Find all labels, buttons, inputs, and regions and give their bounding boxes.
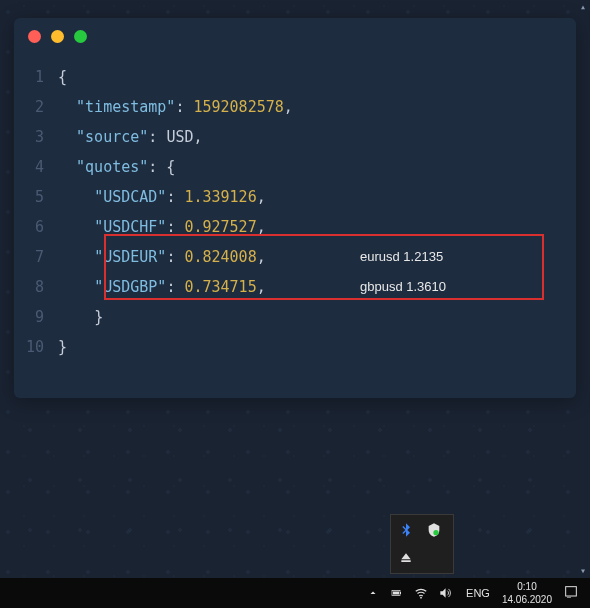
svg-rect-3: [393, 592, 399, 595]
scroll-up-arrow[interactable]: ▴: [576, 0, 590, 14]
line-number: 10: [14, 332, 58, 362]
code-line-4: 4 "quotes": {: [14, 152, 576, 182]
security-icon[interactable]: [425, 521, 443, 539]
windows-taskbar[interactable]: ENG 0:10 14.06.2020: [0, 578, 590, 608]
taskbar-clock[interactable]: 0:10 14.06.2020: [502, 580, 552, 606]
svg-rect-5: [566, 587, 577, 596]
code-line-3: 3 "source": USD,: [14, 122, 576, 152]
code-area[interactable]: 1 { 2 "timestamp": 1592082578, 3 "source…: [14, 54, 576, 370]
wifi-icon[interactable]: [414, 586, 428, 600]
code-line-1: 1 {: [14, 62, 576, 92]
line-number: 1: [14, 62, 58, 92]
system-tray-popup[interactable]: [390, 514, 454, 574]
window-titlebar: [14, 18, 576, 54]
chevron-up-icon[interactable]: [366, 586, 380, 600]
scrollbar-vertical[interactable]: ▴ ▾: [576, 0, 590, 578]
code-line-5: 5 "USDCAD": 1.339126,: [14, 182, 576, 212]
notifications-icon[interactable]: [558, 584, 584, 602]
annotation-gbpusd: gbpusd 1.3610: [360, 272, 446, 302]
code-line-9: 9 }: [14, 302, 576, 332]
scroll-down-arrow[interactable]: ▾: [576, 564, 590, 578]
line-number: 2: [14, 92, 58, 122]
code-editor-window: 1 { 2 "timestamp": 1592082578, 3 "source…: [14, 18, 576, 398]
volume-icon[interactable]: [438, 586, 452, 600]
line-number: 8: [14, 272, 58, 302]
taskbar-language[interactable]: ENG: [466, 587, 490, 599]
code-line-6: 6 "USDCHF": 0.927527,: [14, 212, 576, 242]
code-line-7: 7 "USDEUR": 0.824008,: [14, 242, 576, 272]
battery-icon[interactable]: [390, 586, 404, 600]
line-number: 9: [14, 302, 58, 332]
code-line-10: 10 }: [14, 332, 576, 362]
taskbar-time: 0:10: [502, 580, 552, 593]
line-number: 7: [14, 242, 58, 272]
line-number: 4: [14, 152, 58, 182]
eject-icon[interactable]: [397, 549, 415, 567]
svg-rect-2: [400, 592, 401, 594]
taskbar-tray-icons: [366, 586, 452, 600]
line-number: 3: [14, 122, 58, 152]
svg-point-0: [433, 530, 438, 535]
svg-point-4: [420, 597, 422, 599]
close-icon[interactable]: [28, 30, 41, 43]
bluetooth-icon[interactable]: [397, 521, 415, 539]
line-number: 6: [14, 212, 58, 242]
annotation-eurusd: eurusd 1.2135: [360, 242, 443, 272]
maximize-icon[interactable]: [74, 30, 87, 43]
taskbar-date: 14.06.2020: [502, 593, 552, 606]
minimize-icon[interactable]: [51, 30, 64, 43]
code-line-2: 2 "timestamp": 1592082578,: [14, 92, 576, 122]
line-number: 5: [14, 182, 58, 212]
code-line-8: 8 "USDGBP": 0.734715,: [14, 272, 576, 302]
